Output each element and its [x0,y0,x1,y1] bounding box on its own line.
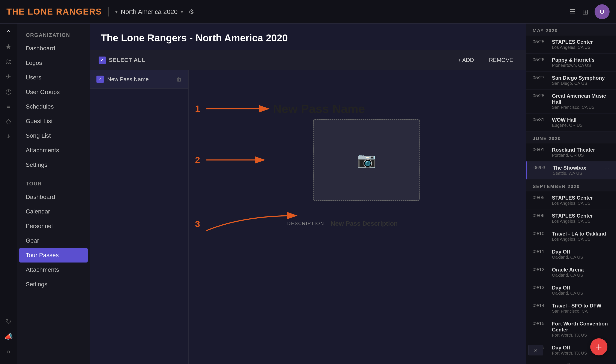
event-date: 05/31 [533,117,548,122]
schedule-event[interactable]: 09/06STAPLES CenterLos Angeles, CA US [526,209,616,227]
star-icon[interactable]: ★ [5,43,12,51]
sidebar-item-calendar[interactable]: Calendar [17,204,90,219]
schedule-event[interactable]: 09/11Day OffOakland, CA US [526,245,616,263]
sidebar-item-gear[interactable]: Gear [17,234,90,248]
event-venue: STAPLES Center [552,213,593,219]
pass-checkbox[interactable]: ✓ [96,76,104,83]
event-date: 05/27 [533,75,548,80]
ann1-arrow [200,102,273,115]
photo-upload-box[interactable]: 📷 [313,119,420,201]
annotation-1: 1 New Pass Name [195,102,365,116]
event-venue: Oracle Arena [552,267,584,273]
schedule-event[interactable]: 09/14Travel - SFO to DFWSan Francisco, C… [526,299,616,317]
left-panel: The Lone Rangers - North America 2020 ✓ … [90,24,526,364]
event-date: 09/17 [533,363,548,364]
event-date: 09/05 [533,195,548,200]
sidebar-item-users[interactable]: Users [17,70,90,85]
schedule-month-header: MAY 2020 [526,24,616,36]
remove-button[interactable]: REMOVE [485,55,517,65]
home-icon[interactable]: ⌂ [6,28,11,36]
add-fab-button[interactable]: + [590,338,607,355]
schedule-month-header: SEPTEMBER 2020 [526,180,616,191]
sidebar-item-org-attachments[interactable]: Attachments [17,143,90,157]
event-location: Pioneertown, CA US [552,63,595,68]
collapse-sidebar-btn[interactable]: » [7,348,11,355]
ann1-number: 1 [195,104,200,114]
schedule-event[interactable]: 09/12Oracle ArenaOakland, CA US [526,263,616,281]
event-date: 05/26 [533,57,548,63]
toolbar-actions: + ADD REMOVE [453,55,517,65]
schedule-event[interactable]: 06/03The ShowboxSeattle, WA US··· [526,161,616,180]
briefcase-icon[interactable]: 🗂 [5,58,12,65]
event-location: San Diego, CA US [552,81,605,86]
tag-icon[interactable]: ◇ [6,117,11,125]
megaphone-icon[interactable]: 📣 [4,333,13,341]
toolbar: ✓ SELECT ALL + ADD REMOVE [90,50,526,70]
detail-area: 1 New Pass Name 2 [189,70,526,364]
tour-selector[interactable]: ▾ North America 2020 ▾ ⚙ [115,8,194,15]
schedule-event[interactable]: 09/17Day OffFort Worth, TX US [526,359,616,364]
event-location: Fort Worth, TX US [552,351,587,356]
event-venue: STAPLES Center [552,195,593,201]
icon-sidebar: ⌂ ★ 🗂 ✈ ◷ ≡ ◇ ♪ ↻ 📣 » [0,24,17,364]
sidebar-item-org-settings[interactable]: Settings [17,157,90,172]
calendar-icon[interactable]: ⊞ [582,8,588,16]
list-view-icon[interactable]: ☰ [569,8,576,16]
sidebar-item-tour-attachments[interactable]: Attachments [17,262,90,277]
event-location: Los Angeles, CA US [552,201,593,206]
event-date: 09/10 [533,231,548,236]
pass-item[interactable]: ✓ New Pass Name 🗑 [90,70,188,89]
sidebar-item-tour-dashboard[interactable]: Dashboard [17,190,90,204]
schedule-event[interactable]: 05/28Great American Music HallSan Franci… [526,90,616,114]
schedule-event[interactable]: 05/26Pappy & Harriet'sPioneertown, CA US [526,53,616,72]
select-all-checkbox[interactable]: ✓ [99,56,106,64]
schedule-event[interactable]: 05/27San Diego SymphonySan Diego, CA US [526,72,616,90]
schedule-event[interactable]: 06/01Roseland TheaterPortland, OR US [526,143,616,161]
event-venue: Day Off [552,249,583,255]
event-location: Seattle, WA US [553,171,586,176]
event-date: 09/11 [533,249,548,254]
page-title: The Lone Rangers - North America 2020 [90,24,526,50]
collapse-right-panel-button[interactable]: » [528,345,543,355]
org-section-label: ORGANIZATION [17,30,90,41]
sidebar-item-tour-settings[interactable]: Settings [17,277,90,292]
tour-dropdown-icon: ▾ [181,9,183,15]
schedule-event[interactable]: 09/05STAPLES CenterLos Angeles, CA US [526,191,616,209]
topbar-right: ☰ ⊞ U [569,4,610,19]
sidebar-item-tour-passes[interactable]: Tour Passes [19,248,88,262]
sidebar-item-song-list[interactable]: Song List [17,129,90,143]
sidebar-item-org-dashboard[interactable]: Dashboard [17,41,90,56]
select-all-container[interactable]: ✓ SELECT ALL [99,56,145,64]
event-location: Fort Worth, TX US [552,333,610,338]
delete-pass-icon[interactable]: 🗑 [176,76,182,83]
topbar: THE LONE RANGERS ▾ North America 2020 ▾ … [0,0,616,24]
schedule-event[interactable]: 09/13Day OffOakland, CA US [526,281,616,299]
sidebar-item-personnel[interactable]: Personnel [17,219,90,234]
event-menu-dots[interactable]: ··· [604,165,610,172]
event-venue: STAPLES Center [552,39,593,45]
lines-icon[interactable]: ≡ [6,102,11,110]
event-venue: Fort Worth Convention Center [552,321,610,333]
clock-icon[interactable]: ◷ [6,87,12,95]
schedule-event[interactable]: 05/25STAPLES CenterLos Angeles, CA US [526,36,616,53]
music-icon[interactable]: ♪ [7,132,10,140]
plane-icon[interactable]: ✈ [6,72,11,80]
sidebar-item-user-groups[interactable]: User Groups [17,85,90,99]
app-logo: THE LONE RANGERS [6,7,109,16]
schedule-event[interactable]: 09/10Travel - LA to OaklandLos Angeles, … [526,227,616,245]
schedule-event[interactable]: 05/31WOW HallEugene, OR US [526,114,616,131]
add-button[interactable]: + ADD [453,55,478,65]
event-location: Oakland, CA US [552,273,584,278]
tour-settings-icon[interactable]: ⚙ [188,8,194,15]
refresh-icon[interactable]: ↻ [6,318,11,326]
select-all-label: SELECT ALL [109,57,145,63]
sidebar-item-schedules[interactable]: Schedules [17,99,90,114]
avatar[interactable]: U [595,4,610,19]
description-row: DESCRIPTION New Pass Description [287,220,398,227]
camera-icon: 📷 [357,151,376,169]
schedule-event[interactable]: 09/15Fort Worth Convention CenterFort Wo… [526,317,616,341]
sidebar-item-guest-list[interactable]: Guest List [17,114,90,129]
sidebar-item-logos[interactable]: Logos [17,56,90,70]
event-venue: WOW Hall [552,117,583,123]
ann2-arrow [200,154,269,166]
